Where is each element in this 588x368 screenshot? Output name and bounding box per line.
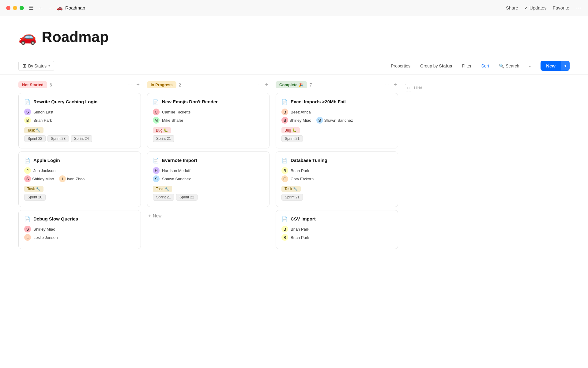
more-options-button[interactable]: ··· xyxy=(575,5,582,11)
column-count-in-progress: 2 xyxy=(179,82,181,87)
column-header-complete: Complete 🎉7···+ xyxy=(276,81,398,89)
hidden-label: Hidd xyxy=(414,86,422,90)
sprint-tag[interactable]: Sprint 22 xyxy=(24,135,46,142)
card-tags: Bug 🐛 xyxy=(281,127,392,133)
filter-button[interactable]: Filter xyxy=(458,61,476,71)
properties-button[interactable]: Properties xyxy=(386,61,415,71)
card-title-row: 📄New Emojis Don't Render xyxy=(153,99,264,105)
card[interactable]: 📄CSV ImportBBrian ParkBBrian Park xyxy=(276,210,398,249)
avatar: S xyxy=(24,175,31,182)
column-header-in-progress: In Progress2···+ xyxy=(147,81,270,89)
card-title-row: 📄Excel Imports >20Mb Fail xyxy=(281,99,392,105)
card-tag[interactable]: Task 🔧 xyxy=(24,127,43,133)
header-title: Roadmap xyxy=(42,29,109,45)
assignee-name: Cory Etzkorn xyxy=(291,177,314,181)
document-icon: 📄 xyxy=(281,99,288,105)
view-switcher[interactable]: ⊞ By Status ▾ xyxy=(18,61,54,71)
document-icon: 📄 xyxy=(24,216,30,222)
card-title: Apple Login xyxy=(33,157,60,163)
sort-button[interactable]: Sort xyxy=(477,61,493,71)
column-actions-in-progress: ···+ xyxy=(255,81,270,89)
favorite-button[interactable]: Favorite xyxy=(553,5,569,10)
card-title: New Emojis Don't Render xyxy=(162,99,218,105)
maximize-button[interactable] xyxy=(20,6,24,10)
sprint-tag[interactable]: Sprint 21 xyxy=(281,194,303,201)
assignee-name: Shirley Miao xyxy=(32,177,54,181)
add-new-button[interactable]: +New xyxy=(147,210,270,222)
column-more-button-in-progress[interactable]: ··· xyxy=(255,81,262,89)
card-assignees: CCamille RickettsMMike Shafer xyxy=(153,109,264,124)
card[interactable]: 📄New Emojis Don't RenderCCamille Rickett… xyxy=(147,93,270,148)
assignee-row: BBeez Africa xyxy=(281,109,392,115)
back-arrow[interactable]: ← xyxy=(37,5,45,11)
sprint-tag[interactable]: Sprint 21 xyxy=(153,135,174,142)
avatar: I xyxy=(59,175,66,182)
card-sprints: Sprint 21 xyxy=(281,194,392,201)
column-add-button-not-started[interactable]: + xyxy=(135,81,141,89)
board: Not Started6···+📄Rewrite Query Caching L… xyxy=(0,75,588,258)
card-tag[interactable]: Task 🔧 xyxy=(24,186,43,192)
assignee-name: Shirley Miao xyxy=(33,227,55,232)
page-emoji: 🚗 xyxy=(57,5,63,11)
page-title-bar: 🚗 Roadmap xyxy=(57,5,506,11)
hamburger-menu[interactable]: ☰ xyxy=(29,5,34,11)
more-toolbar-button[interactable]: ··· xyxy=(525,61,537,71)
card-tags: Task 🔧 xyxy=(24,127,135,133)
card-assignees: BBrian ParkBBrian Park xyxy=(281,226,392,241)
avatar: B xyxy=(281,167,288,174)
new-chevron-button[interactable]: ▾ xyxy=(561,61,570,71)
assignee-row: SShirley MiaoIIvan Zhao xyxy=(24,175,135,182)
column-actions-not-started: ···+ xyxy=(126,81,141,89)
toolbar: ⊞ By Status ▾ Properties Group by Status… xyxy=(0,61,588,75)
assignee-name: Harrison Medoff xyxy=(162,168,190,173)
assignee-name: Brian Park xyxy=(33,118,52,123)
column-add-button-in-progress[interactable]: + xyxy=(264,81,270,89)
card-tag[interactable]: Bug 🐛 xyxy=(281,127,300,133)
card-tag[interactable]: Task 🔧 xyxy=(281,186,301,192)
sprint-tag[interactable]: Sprint 22 xyxy=(176,194,198,201)
sprint-tag[interactable]: Sprint 21 xyxy=(281,135,303,142)
search-button[interactable]: 🔍 Search xyxy=(495,61,523,71)
card-title-row: 📄Debug Slow Queries xyxy=(24,216,135,222)
column-count-not-started: 6 xyxy=(50,82,52,87)
sprint-tag[interactable]: Sprint 20 xyxy=(24,194,46,201)
sprint-tag[interactable]: Sprint 23 xyxy=(47,135,69,142)
column-more-button-not-started[interactable]: ··· xyxy=(126,81,133,89)
card-title: CSV Import xyxy=(291,216,316,222)
sprint-tag[interactable]: Sprint 24 xyxy=(71,135,92,142)
view-switcher-label: By Status xyxy=(28,63,47,68)
card-assignees: SShirley MiaoLLeslie Jensen xyxy=(24,226,135,241)
document-icon: 📄 xyxy=(153,99,159,105)
close-button[interactable] xyxy=(6,6,10,10)
new-main-button[interactable]: New xyxy=(541,61,561,71)
sprint-tag[interactable]: Sprint 21 xyxy=(153,194,174,201)
avatar: B xyxy=(281,109,288,115)
updates-button[interactable]: ✓ Updates xyxy=(524,5,547,11)
card[interactable]: 📄Excel Imports >20Mb FailBBeez AfricaSSh… xyxy=(276,93,398,148)
nav-arrows: ← → xyxy=(37,5,54,11)
card[interactable]: 📄Evernote ImportHHarrison MedoffSShawn S… xyxy=(147,151,270,207)
assignee-name: Brian Park xyxy=(291,168,309,173)
card-title: Rewrite Query Caching Logic xyxy=(33,99,97,105)
column-add-button-complete[interactable]: + xyxy=(392,81,398,89)
page-name: Roadmap xyxy=(65,5,85,10)
card[interactable]: 📄Database TuningBBrian ParkCCory Etzkorn… xyxy=(276,151,398,207)
card-title: Debug Slow Queries xyxy=(33,216,78,222)
card-tag[interactable]: Bug 🐛 xyxy=(153,127,171,133)
card[interactable]: 📄Debug Slow QueriesSShirley MiaoLLeslie … xyxy=(18,210,141,249)
card[interactable]: 📄Apple LoginJJen JacksonSShirley MiaoIIv… xyxy=(18,151,141,207)
card[interactable]: 📄Rewrite Query Caching LogicSSimon LastB… xyxy=(18,93,141,148)
card-tag[interactable]: Task 🔧 xyxy=(153,186,172,192)
card-title-row: 📄Apple Login xyxy=(24,157,135,163)
card-sprints: Sprint 21 xyxy=(281,135,392,142)
forward-arrow[interactable]: → xyxy=(47,5,54,11)
card-assignees: SSimon LastBBrian Park xyxy=(24,109,135,124)
assignee-name: Brian Park xyxy=(291,227,309,232)
column-more-button-complete[interactable]: ··· xyxy=(383,81,390,89)
document-icon: 📄 xyxy=(153,158,159,163)
group-by-button[interactable]: Group by Status xyxy=(416,61,456,71)
share-button[interactable]: Share xyxy=(506,5,518,10)
minimize-button[interactable] xyxy=(13,6,17,10)
title-bar-right: Share ✓ Updates Favorite ··· xyxy=(506,5,582,11)
card-tags: Bug 🐛 xyxy=(153,127,264,133)
